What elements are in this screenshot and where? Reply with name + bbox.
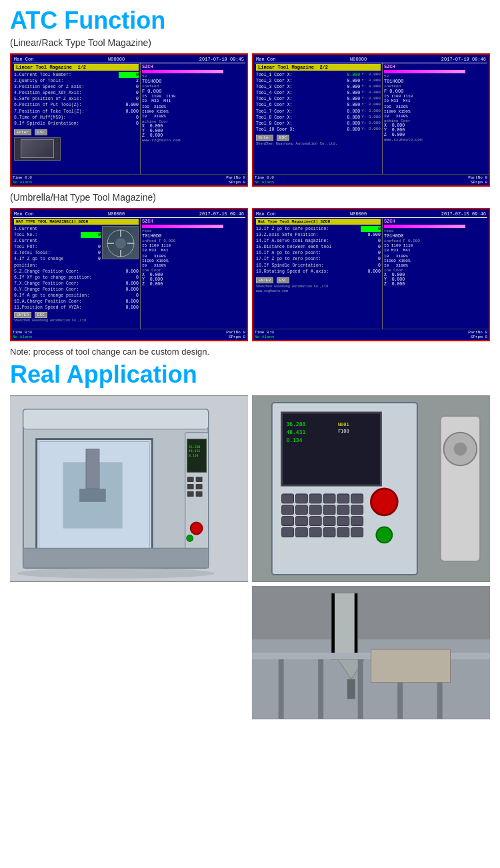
svg-rect-21 [196,477,203,482]
svg-rect-51 [295,517,307,526]
svg-rect-53 [323,517,335,526]
cnc-row: 3.Position Speed of Z axis: 0 [14,84,139,90]
tool-row: Tool_9 Coor X:0.000Y: 0.000 [256,121,381,127]
svg-rect-42 [337,494,349,503]
status-2: No Alarm [255,180,274,185]
svg-rect-75 [318,659,323,719]
cnc-row: 9.If A go to change position: 0 [14,293,139,299]
cnc-row: 19.Rotating Speed of A.axis: 0.000 [256,269,381,275]
svg-rect-54 [337,517,349,526]
subtitle-linear: (Linear/Rack Type Tool Magazine) [10,37,490,48]
photo-grid: 36.288 48.431 0.134 [10,395,490,719]
cnc-row: 10.A.Change Position Coor: 0.000 [14,299,139,305]
cnc-row: 13.Z.axis Safe Position: 0.000 [256,232,381,238]
tool-code-1: T01H0D0 [142,79,244,84]
cnc-row: 5.Safe position of Z axis: 0 [14,96,139,102]
svg-point-1 [115,238,126,249]
tool-row: Tool_8 Coor X:0.000Y: 0.000 [256,115,381,121]
svg-point-26 [191,523,203,535]
cnc-row: 4.Position Speed_X&Y Axis: 0 [14,90,139,96]
svg-rect-76 [358,659,363,719]
cnc-datetime-1: 2017-07-19 09:45 [199,57,244,62]
svg-point-29 [17,568,215,579]
svg-rect-57 [295,528,307,537]
tool-code-2: T01H0D0 [384,79,486,84]
cnc-mode-2: Man Con [256,57,275,62]
cnc-datetime-3: 2017-07-15 09:46 [199,211,244,217]
tool-row: Tool_1 Coor X:0.000Y: 0.000 [256,72,381,78]
company-2: ShenZhen Guanhong Automation Co.,Ltd. [256,141,381,146]
subtitle-hat: (Umbrella/Hat Type Tool Magazine) [10,192,490,203]
tool-row: Tool_10 Coor X:0.000Y: 0.000 [256,127,381,133]
closeup-photo [252,586,490,719]
cnc-row: 1.Current Tool Number: 0 [14,72,139,78]
svg-rect-40 [309,494,321,503]
svg-text:36.288: 36.288 [287,421,306,427]
status-1: No Alarm [13,180,32,185]
svg-rect-14 [79,489,106,502]
enter-btn-1[interactable]: Enter [14,129,31,135]
cnc-machine-photo: 36.288 48.431 0.134 [10,395,248,582]
svg-rect-48 [337,505,349,515]
svg-text:0.134: 0.134 [287,437,303,443]
cnc-screen-3: Man Con N00000 2017-07-15 09:46 HAT TYPE… [10,208,248,341]
esc-btn-3[interactable]: ESC [35,312,47,318]
sprpm-label-1: SPrpm 0 [229,180,245,185]
cnc-row: 6.Position of Put Tool(Z): 0.000 [14,102,139,108]
svg-rect-44 [282,505,294,515]
svg-point-27 [187,535,193,541]
svg-rect-20 [187,477,194,482]
svg-text:F100: F100 [338,429,349,434]
cnc-prog-1: N00000 [108,57,125,62]
svg-text:48.431: 48.431 [189,449,201,453]
page-title: ATC Function [10,7,490,35]
time-label-1: Time 0:0 [13,175,32,180]
cnc-row: 17.If Z go to zero point: 0 [256,256,381,262]
control-panel-photo: 36.288 48.431 0.134 N001 F100 [252,395,490,582]
feedrate-1: F 0.000 [142,89,244,94]
svg-rect-50 [282,517,294,526]
cnc-row: 5.Z.Change Position Coor: 0.000 [14,269,139,275]
cnc-row: 12.If Z go to safe position: 0 [256,226,381,232]
svg-rect-39 [295,494,307,503]
svg-rect-56 [282,528,294,537]
cnc-label-3: HAT TYPE TOOL MAGAZINE(1)_SZGH [14,219,139,225]
speeds-1: I5 I109 I110 I8 M33 M41 [142,94,244,103]
svg-rect-55 [351,517,363,526]
tool-row: Tool_3 Coor X:0.000Y: 0.000 [256,84,381,90]
cnc-header-2: Man Con N00000 2017-07-19 09:46 [255,56,487,63]
svg-rect-45 [295,505,307,515]
svg-rect-23 [196,484,203,489]
cnc-label-4: Hat Type Tool Magazine(2)_SZGH [256,219,381,225]
esc-btn-1[interactable]: ESC [35,129,47,135]
svg-text:48.431: 48.431 [287,429,306,435]
cnc-row: 16.If A go to zero point: 0 [256,250,381,256]
svg-rect-47 [323,505,335,515]
cnc-row: 2.Quanity of Tools: 2 [14,78,139,84]
enter-btn-3[interactable]: ENTER [14,312,31,318]
tool-row: Tool_6 Coor X:0.000Y: 0.000 [256,102,381,108]
esc-btn-2[interactable]: ESC [277,135,289,141]
cnc-row: Tool POT: 0 [14,244,101,250]
cnc-prog-2: N00000 [350,57,367,62]
feed-bar-1 [142,70,223,73]
cnc-row: 3.Total Tools: 0 [14,250,101,256]
cnc-row: 7.Position of Take Tool(Z): 0.000 [14,109,139,115]
svg-rect-41 [323,494,335,503]
tool-row: Tool_4 Coor X:0.000Y: 0.000 [256,90,381,96]
tool-row: Tool_2 Coor X:0.000Y: 0.000 [256,78,381,84]
feedrate-2: F 0.000 [384,89,486,94]
cnc-mode-1: Man Con [14,57,33,62]
cnc-row: 1.Current [14,226,101,232]
esc-btn-4[interactable]: ESC [277,277,289,283]
cnc-prog-3: N00000 [108,211,125,217]
svg-rect-79 [371,649,451,683]
enter-btn-2[interactable]: Enter [256,135,273,141]
svg-rect-22 [187,484,194,489]
cnc-row: 15.Distance between each tool 0 [256,244,381,250]
cnc-row: 8.Time of Huff(M59): 0 [14,115,139,121]
enter-btn-4[interactable]: ENTER [256,277,273,283]
svg-rect-8 [23,409,209,429]
tool-row: Tool_7 Coor X:0.000Y: 0.000 [256,109,381,115]
svg-text:0.134: 0.134 [189,453,199,457]
